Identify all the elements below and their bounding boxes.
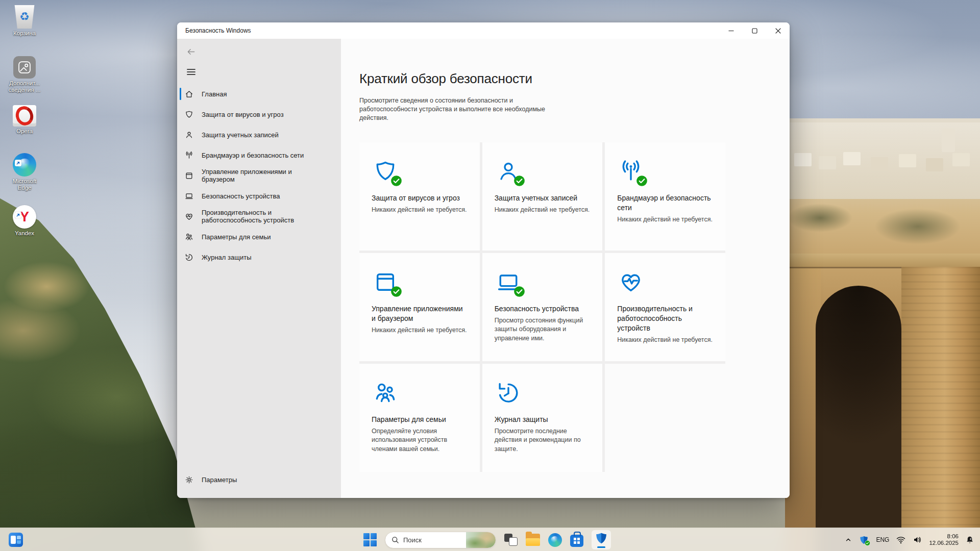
sidebar-item-label: Производительность и работоспособность у… xyxy=(202,209,316,224)
home-icon xyxy=(184,89,194,99)
desktop-icon-label: Microsoft Edge xyxy=(5,178,44,191)
tray-security-icon[interactable] xyxy=(859,535,869,545)
check-badge-icon xyxy=(513,286,525,297)
notification-bell-icon[interactable] xyxy=(966,536,974,544)
desktop-icon-recycle-bin[interactable]: ♻ Корзина xyxy=(5,5,44,37)
card-description: Никаких действий не требуется. xyxy=(372,326,468,335)
card-description: Просмотрите последние действия и рекомен… xyxy=(495,427,591,454)
history-icon xyxy=(184,253,194,262)
security-card[interactable]: Защита учетных записейНикаких действий н… xyxy=(482,142,603,251)
desktop-icon-label: Дополнит... сведения ... xyxy=(9,80,41,93)
tray-time: 8:06 xyxy=(929,533,959,540)
health-icon xyxy=(617,268,645,296)
taskbar-search[interactable]: Поиск xyxy=(385,532,496,548)
card-description: Никаких действий не требуется. xyxy=(617,336,713,345)
check-badge-icon xyxy=(390,286,402,297)
security-card[interactable]: Журнал защитыПросмотрите последние дейст… xyxy=(482,364,603,472)
gear-icon xyxy=(184,475,194,485)
windows-security-window: Безопасность Windows ГлавнаяЗащита от ви… xyxy=(177,22,790,498)
desktop-icon-opera[interactable]: Opera xyxy=(5,105,44,135)
minimize-button[interactable] xyxy=(719,22,743,39)
wifi-icon[interactable] xyxy=(896,536,905,544)
history-icon xyxy=(495,379,522,407)
sidebar-item-label: Брандмауэр и безопасность сети xyxy=(202,152,304,159)
search-daily-image xyxy=(466,532,496,548)
bridge-deck xyxy=(785,254,980,267)
sidebar-item-settings[interactable]: Параметры xyxy=(177,469,341,490)
security-card[interactable]: Управление приложениями и браузеромНикак… xyxy=(359,253,480,361)
desktop-icon-additional-info[interactable]: Дополнит... сведения ... xyxy=(5,56,44,93)
card-title: Безопасность устройства xyxy=(495,304,591,314)
task-view-button[interactable] xyxy=(504,533,518,546)
health-icon xyxy=(184,212,194,221)
edge-button[interactable] xyxy=(548,533,562,547)
close-button[interactable] xyxy=(766,22,790,39)
sidebar-item[interactable]: Журнал защиты xyxy=(177,247,341,267)
window-title: Безопасность Windows xyxy=(185,27,251,34)
defender-shield-icon xyxy=(595,532,608,545)
active-app-indicator xyxy=(597,546,605,548)
sidebar-item[interactable]: Производительность и работоспособность у… xyxy=(177,206,341,227)
card-title: Параметры для семьи xyxy=(372,415,468,424)
sidebar-item[interactable]: Защита от вирусов и угроз xyxy=(177,104,341,124)
recycle-bin-icon: ♻ xyxy=(13,5,36,29)
maximize-button[interactable] xyxy=(743,22,766,39)
sidebar-item[interactable]: Брандмауэр и безопасность сети xyxy=(177,145,341,165)
card-description: Просмотр состояния функций защиты оборуд… xyxy=(495,316,591,343)
security-card[interactable]: Параметры для семьиОпределяйте условия и… xyxy=(359,364,480,472)
store-button[interactable] xyxy=(570,535,583,547)
sidebar-item[interactable]: Главная xyxy=(177,84,341,104)
opera-icon xyxy=(13,105,36,127)
card-title: Производительность и работоспособность у… xyxy=(617,304,713,333)
tray-clock[interactable]: 8:06 12.06.2025 xyxy=(929,533,959,546)
bridge-arch xyxy=(816,286,901,551)
shortcut-arrow-icon xyxy=(15,160,21,166)
shield-icon xyxy=(184,110,194,119)
check-badge-icon xyxy=(636,175,648,187)
security-card[interactable]: Безопасность устройстваПросмотр состояни… xyxy=(482,253,603,361)
start-button[interactable] xyxy=(363,533,377,546)
person-icon xyxy=(184,130,194,140)
sidebar-item[interactable]: Параметры для семьи xyxy=(177,227,341,247)
menu-button[interactable] xyxy=(183,65,199,79)
apps-icon xyxy=(184,171,194,181)
desktop-icon-edge[interactable]: Microsoft Edge xyxy=(5,153,44,191)
card-title: Защита учетных записей xyxy=(495,193,591,203)
back-button[interactable] xyxy=(183,45,199,58)
sidebar-item[interactable]: Управление приложениями и браузером xyxy=(177,165,341,186)
sidebar-item-label: Управление приложениями и браузером xyxy=(202,168,316,183)
sidebar-item-label: Параметры xyxy=(202,476,237,484)
desktop-icon-yandex[interactable]: Y Yandex xyxy=(5,205,44,237)
file-explorer-button[interactable] xyxy=(526,534,540,546)
card-title: Защита от вирусов и угроз xyxy=(372,193,468,203)
widgets-button[interactable] xyxy=(9,533,23,547)
search-placeholder: Поиск xyxy=(403,536,422,544)
bridge-pillar xyxy=(901,267,980,551)
check-badge-icon xyxy=(865,540,870,546)
village-buildings xyxy=(794,153,812,166)
sidebar-item[interactable]: Защита учетных записей xyxy=(177,124,341,145)
family-icon xyxy=(184,232,194,242)
card-description: Никаких действий не требуется. xyxy=(372,206,468,215)
sidebar-item-label: Главная xyxy=(202,90,227,98)
sidebar-nav: ГлавнаяЗащита от вирусов и угрозЗащита у… xyxy=(177,84,341,267)
desktop-icon-label: Yandex xyxy=(15,230,34,237)
sidebar-item[interactable]: Безопасность устройства xyxy=(177,186,341,206)
card-title: Журнал защиты xyxy=(495,415,591,424)
card-description: Никаких действий не требуется. xyxy=(495,206,591,215)
page-subtitle: Просмотрите сведения о состоянии безопас… xyxy=(359,96,564,122)
device-icon xyxy=(184,191,194,201)
image-glyph-icon xyxy=(17,60,32,75)
windows-security-taskbar-button[interactable] xyxy=(592,530,611,549)
tray-chevron-icon[interactable] xyxy=(845,536,852,543)
card-description: Определяйте условия использования устрой… xyxy=(372,427,468,454)
security-card[interactable]: Производительность и работоспособность у… xyxy=(605,253,725,361)
card-title: Управление приложениями и браузером xyxy=(372,304,468,323)
security-card[interactable]: Брандмауэр и безопасность сетиНикаких де… xyxy=(605,142,725,251)
volume-icon[interactable] xyxy=(913,536,922,544)
sidebar-item-label: Параметры для семьи xyxy=(202,233,271,241)
shortcut-arrow-icon xyxy=(15,212,21,218)
titlebar[interactable]: Безопасность Windows xyxy=(177,22,790,39)
language-indicator[interactable]: ENG xyxy=(876,536,889,543)
security-card[interactable]: Защита от вирусов и угрозНикаких действи… xyxy=(359,142,480,251)
